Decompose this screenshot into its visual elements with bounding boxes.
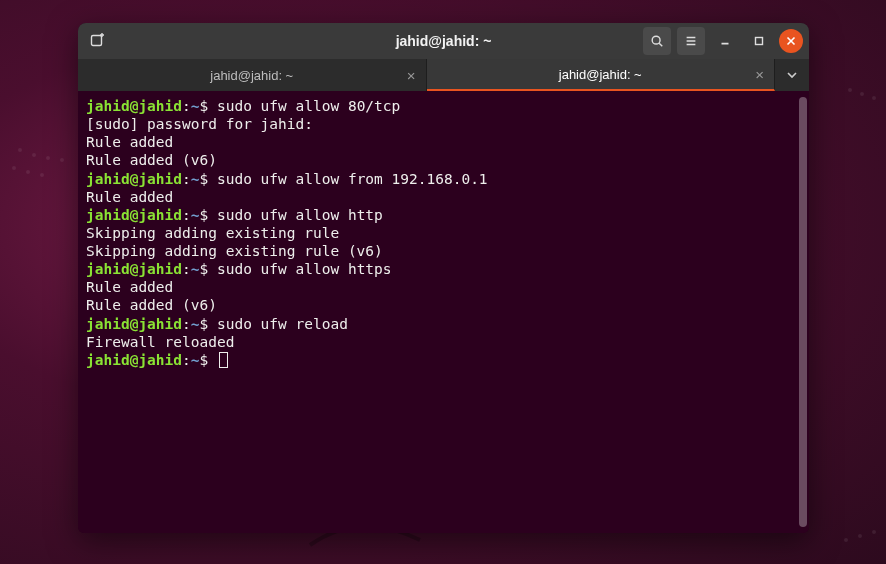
tab-0[interactable]: jahid@jahid: ~ × <box>78 59 427 91</box>
output-text: Skipping adding existing rule (v6) <box>86 243 383 259</box>
scrollbar-track[interactable] <box>799 97 807 527</box>
prompt-sep: : <box>182 316 191 332</box>
scrollbar-thumb[interactable] <box>799 97 807 527</box>
prompt-path: ~ <box>191 207 200 223</box>
output-text: [sudo] password for jahid: <box>86 116 322 132</box>
terminal-prompt-line: jahid@jahid:~$ sudo ufw reload <box>86 315 801 333</box>
command-text: sudo ufw allow from 192.168.0.1 <box>217 171 488 187</box>
svg-point-11 <box>858 534 862 538</box>
terminal-window: jahid@jahid: ~ jahid@jahid: ~ × jah <box>78 23 809 533</box>
terminal-prompt-line: jahid@jahid:~$ sudo ufw allow 80/tcp <box>86 97 801 115</box>
output-text: Firewall reloaded <box>86 334 234 350</box>
terminal-output-line: Rule added (v6) <box>86 296 801 314</box>
svg-point-1 <box>32 153 36 157</box>
svg-point-8 <box>860 92 864 96</box>
hamburger-menu-button[interactable] <box>677 27 705 55</box>
prompt-userhost: jahid@jahid <box>86 207 182 223</box>
terminal-output-line: [sudo] password for jahid: <box>86 115 801 133</box>
prompt-path: ~ <box>191 316 200 332</box>
terminal-output-line: Firewall reloaded <box>86 333 801 351</box>
tab-label: jahid@jahid: ~ <box>210 68 293 83</box>
maximize-button[interactable] <box>745 27 773 55</box>
tab-dropdown-button[interactable] <box>775 59 809 91</box>
search-button[interactable] <box>643 27 671 55</box>
svg-point-7 <box>848 88 852 92</box>
svg-point-0 <box>18 148 22 152</box>
terminal-content[interactable]: jahid@jahid:~$ sudo ufw allow 80/tcp[sud… <box>78 91 809 533</box>
prompt-sep: : <box>182 98 191 114</box>
output-text: Rule added <box>86 189 173 205</box>
terminal-output-line: Skipping adding existing rule (v6) <box>86 242 801 260</box>
tab-1[interactable]: jahid@jahid: ~ × <box>427 59 776 91</box>
prompt-path: ~ <box>191 98 200 114</box>
prompt-dollar: $ <box>200 352 217 368</box>
svg-point-5 <box>26 170 30 174</box>
svg-point-12 <box>872 530 876 534</box>
svg-point-2 <box>46 156 50 160</box>
terminal-output-line: Rule added (v6) <box>86 151 801 169</box>
terminal-prompt-line: jahid@jahid:~$ sudo ufw allow from 192.1… <box>86 170 801 188</box>
output-text: Skipping adding existing rule <box>86 225 339 241</box>
prompt-dollar: $ <box>200 261 217 277</box>
command-text: sudo ufw allow 80/tcp <box>217 98 400 114</box>
new-tab-button[interactable] <box>84 27 112 55</box>
svg-point-4 <box>12 166 16 170</box>
terminal-prompt-line: jahid@jahid:~$ <box>86 351 801 369</box>
command-text: sudo ufw reload <box>217 316 348 332</box>
close-tab-icon[interactable]: × <box>407 67 416 84</box>
prompt-dollar: $ <box>200 207 217 223</box>
prompt-path: ~ <box>191 352 200 368</box>
terminal-prompt-line: jahid@jahid:~$ sudo ufw allow https <box>86 260 801 278</box>
svg-point-6 <box>40 173 44 177</box>
prompt-path: ~ <box>191 171 200 187</box>
prompt-sep: : <box>182 207 191 223</box>
tab-label: jahid@jahid: ~ <box>559 67 642 82</box>
terminal-prompt-line: jahid@jahid:~$ sudo ufw allow http <box>86 206 801 224</box>
prompt-sep: : <box>182 352 191 368</box>
terminal-output-line: Rule added <box>86 278 801 296</box>
output-text: Rule added (v6) <box>86 297 217 313</box>
command-text: sudo ufw allow http <box>217 207 383 223</box>
output-text: Rule added <box>86 279 173 295</box>
svg-point-9 <box>872 96 876 100</box>
prompt-userhost: jahid@jahid <box>86 316 182 332</box>
command-text: sudo ufw allow https <box>217 261 392 277</box>
prompt-userhost: jahid@jahid <box>86 352 182 368</box>
tab-bar: jahid@jahid: ~ × jahid@jahid: ~ × <box>78 59 809 91</box>
prompt-sep: : <box>182 261 191 277</box>
output-text: Rule added (v6) <box>86 152 217 168</box>
minimize-button[interactable] <box>711 27 739 55</box>
svg-point-3 <box>60 158 64 162</box>
prompt-dollar: $ <box>200 98 217 114</box>
prompt-userhost: jahid@jahid <box>86 98 182 114</box>
close-button[interactable] <box>779 29 803 53</box>
prompt-sep: : <box>182 171 191 187</box>
prompt-path: ~ <box>191 261 200 277</box>
prompt-userhost: jahid@jahid <box>86 171 182 187</box>
svg-rect-22 <box>756 38 763 45</box>
cursor-icon <box>219 352 228 368</box>
close-tab-icon[interactable]: × <box>755 66 764 83</box>
svg-point-10 <box>844 538 848 542</box>
prompt-dollar: $ <box>200 316 217 332</box>
svg-line-17 <box>659 43 662 46</box>
titlebar: jahid@jahid: ~ <box>78 23 809 59</box>
svg-rect-13 <box>92 36 102 46</box>
prompt-dollar: $ <box>200 171 217 187</box>
svg-point-16 <box>652 36 660 44</box>
terminal-output-line: Skipping adding existing rule <box>86 224 801 242</box>
output-text: Rule added <box>86 134 173 150</box>
terminal-output-line: Rule added <box>86 188 801 206</box>
prompt-userhost: jahid@jahid <box>86 261 182 277</box>
terminal-output-line: Rule added <box>86 133 801 151</box>
